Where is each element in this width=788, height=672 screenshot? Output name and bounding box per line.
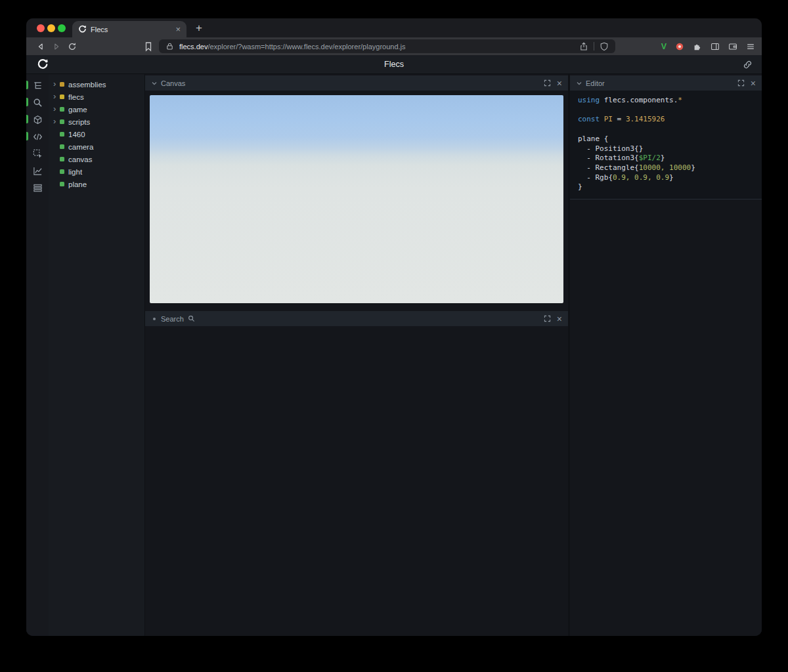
entity-tree: ›assemblies›flecs›game›scripts1460camera…	[49, 78, 144, 190]
url-domain: flecs.dev	[179, 43, 208, 51]
code-line: const PI = 3.1415926	[578, 115, 755, 125]
entity-label: 1460	[68, 131, 85, 138]
entity-label: light	[68, 168, 82, 176]
back-button[interactable]	[33, 39, 49, 54]
url-path: /explorer/?wasm=https://www.flecs.dev/ex…	[208, 43, 405, 51]
fullscreen-icon[interactable]	[544, 315, 551, 322]
v-extension-icon[interactable]: V	[661, 42, 667, 51]
entity-label: flecs	[68, 93, 84, 101]
tree-outliner-icon	[33, 81, 43, 91]
tree-item-game[interactable]: ›game	[49, 103, 144, 116]
minimize-window-button[interactable]	[47, 24, 55, 32]
close-window-button[interactable]	[37, 24, 45, 32]
fullscreen-icon[interactable]	[544, 79, 551, 87]
collapsed-dot-icon[interactable]	[153, 318, 156, 320]
fullscreen-icon[interactable]	[737, 79, 745, 87]
active-indicator	[26, 81, 28, 89]
extension-area: V	[661, 42, 755, 51]
entity-label: plane	[68, 180, 87, 188]
entity-color-square	[60, 157, 64, 161]
collapse-chevron-icon[interactable]	[151, 80, 158, 87]
code-line	[578, 106, 755, 116]
sidebar-toggle-icon[interactable]	[711, 42, 720, 51]
share-link-icon[interactable]	[743, 60, 753, 70]
zoom-window-button[interactable]	[58, 24, 66, 32]
menu-icon[interactable]	[746, 42, 755, 51]
inspect-select-icon[interactable]	[26, 145, 49, 162]
3d-viewport[interactable]	[150, 95, 563, 303]
active-indicator	[26, 98, 28, 106]
bookmark-icon[interactable]	[143, 41, 154, 52]
tree-item-flecs[interactable]: ›flecs	[49, 91, 144, 103]
tables-rows-icon	[33, 183, 43, 193]
stats-chart-icon	[33, 166, 43, 176]
inspect-select-icon	[33, 149, 43, 159]
canvas-panel-title: Canvas	[161, 79, 185, 87]
flecs-logo-icon[interactable]	[37, 58, 49, 70]
entity-tree-panel: ›assemblies›flecs›game›scripts1460camera…	[49, 74, 145, 636]
browser-toolbar: flecs.dev/explorer/?wasm=https://www.fle…	[26, 37, 762, 55]
red-extension-icon[interactable]	[675, 42, 684, 51]
app-header: Flecs	[26, 55, 762, 74]
tree-item-assemblies[interactable]: ›assemblies	[49, 78, 144, 91]
code-editor[interactable]: using flecs.components.* const PI = 3.14…	[570, 91, 762, 200]
browser-tab[interactable]: Flecs ×	[72, 21, 186, 37]
lock-icon	[165, 42, 174, 51]
collapse-chevron-icon[interactable]	[576, 80, 582, 87]
expand-arrow-icon[interactable]: ›	[53, 104, 60, 113]
search-icon	[188, 315, 195, 322]
canvas-panel-header: Canvas ×	[145, 75, 568, 91]
tree-item-camera[interactable]: camera	[49, 140, 144, 153]
code-line: }	[578, 182, 755, 192]
tree-item-canvas[interactable]: canvas	[49, 153, 144, 165]
share-icon[interactable]	[579, 42, 588, 51]
tree-item-scripts[interactable]: ›scripts	[49, 116, 144, 128]
query-search-icon	[33, 98, 43, 108]
entity-color-square	[60, 132, 64, 136]
entity-color-square	[60, 144, 64, 149]
tab-strip: Flecs × +	[26, 18, 762, 37]
tab-title: Flecs	[91, 26, 171, 33]
shield-icon[interactable]	[600, 42, 609, 51]
editor-panel-title: Editor	[586, 79, 605, 87]
expand-arrow-icon[interactable]: ›	[53, 79, 60, 88]
entity-label: assemblies	[68, 81, 106, 89]
canvas-cube-icon[interactable]	[26, 111, 49, 128]
entity-color-square	[60, 119, 64, 124]
close-panel-icon[interactable]: ×	[557, 314, 562, 324]
script-code-icon[interactable]	[26, 128, 49, 145]
expand-arrow-icon[interactable]: ›	[53, 92, 60, 100]
entity-color-square	[60, 82, 64, 87]
code-line: - Position3{}	[578, 144, 755, 154]
address-bar[interactable]: flecs.dev/explorer/?wasm=https://www.fle…	[159, 39, 615, 53]
entity-label: canvas	[68, 156, 92, 163]
tree-item-light[interactable]: light	[49, 165, 144, 178]
tool-sidebar	[26, 74, 49, 636]
active-indicator	[26, 132, 28, 140]
app-main: ›assemblies›flecs›game›scripts1460camera…	[26, 74, 762, 636]
extensions-puzzle-icon[interactable]	[693, 42, 702, 51]
entity-color-square	[60, 107, 64, 112]
code-line: - Rotation3{$PI/2}	[578, 154, 755, 163]
close-panel-icon[interactable]: ×	[557, 79, 562, 88]
tables-rows-icon[interactable]	[26, 179, 49, 196]
close-panel-icon[interactable]: ×	[751, 79, 756, 88]
reload-button[interactable]	[64, 39, 80, 54]
canvas-wrap	[145, 91, 568, 303]
query-search-icon[interactable]	[26, 94, 49, 111]
tree-outliner-icon[interactable]	[26, 77, 49, 94]
stats-chart-icon[interactable]	[26, 162, 49, 179]
tab-close-icon[interactable]: ×	[175, 25, 181, 33]
forward-button[interactable]	[49, 39, 64, 54]
code-line: - Rgb{0.9, 0.9, 0.9}	[578, 173, 755, 183]
editor-panel-header: Editor ×	[570, 75, 762, 91]
code-line: plane {	[578, 135, 755, 144]
tree-item-plane[interactable]: plane	[49, 178, 144, 190]
editor-column: Editor × using flecs.components.* const …	[570, 74, 762, 636]
active-indicator	[26, 115, 28, 123]
entity-label: camera	[68, 143, 93, 151]
wallet-icon[interactable]	[728, 42, 737, 51]
new-tab-button[interactable]: +	[196, 22, 202, 33]
expand-arrow-icon[interactable]: ›	[53, 117, 60, 125]
tree-item-1460[interactable]: 1460	[49, 128, 144, 140]
